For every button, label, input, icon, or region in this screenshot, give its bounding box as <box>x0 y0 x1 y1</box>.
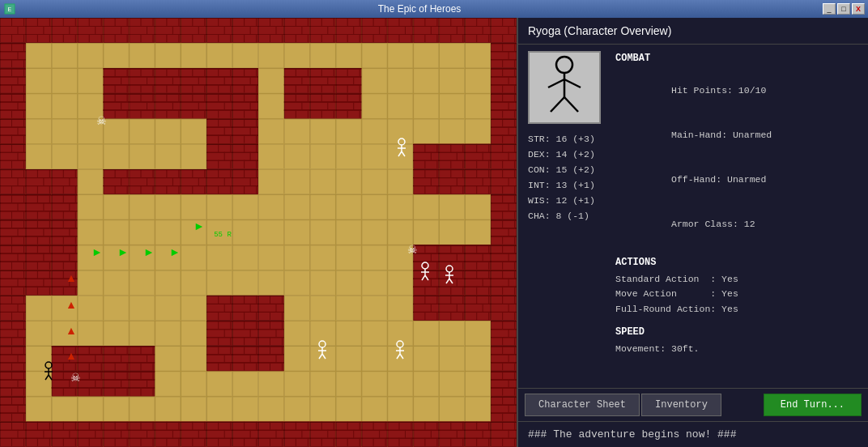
svg-line-4 <box>548 79 564 87</box>
character-sheet-button[interactable]: Character Sheet <box>525 394 640 416</box>
main-hand-line: Main-Hand: Unarmed <box>615 113 858 157</box>
end-turn-button[interactable]: End Turn... <box>764 394 862 416</box>
title-bar: E The Epic of Heroes _ □ X <box>0 0 868 18</box>
restore-button[interactable]: □ <box>837 3 850 15</box>
movement-line: Movement: 30ft. <box>615 342 858 356</box>
message-area: ### The adventure begins now! ### <box>518 421 868 447</box>
panel-body: STR: 16 (+3)DEX: 14 (+2)CON: 15 (+2)INT:… <box>518 45 868 388</box>
panel-header: Ryoga (Character Overview) <box>518 18 868 45</box>
attr-dex-line: DEX: 14 (+2) <box>528 147 609 163</box>
attr-con-line: CON: 15 (+2) <box>528 163 609 178</box>
main-content: Ryoga (Character Overview) STR: 16 (+3 <box>0 18 868 447</box>
speed-title: SPEED <box>615 325 858 340</box>
attr-wis-line: WIS: 12 (+1) <box>528 194 609 209</box>
button-row: Character Sheet Inventory End Turn... <box>518 388 868 421</box>
hit-points-value: : 10/10 <box>727 85 766 96</box>
right-panel: Ryoga (Character Overview) STR: 16 (+3 <box>517 18 868 447</box>
inventory-button[interactable]: Inventory <box>641 394 721 416</box>
off-hand-line: Off-Hand: Unarmed <box>615 158 858 202</box>
hit-points-line: Hit Points: 10/10 <box>615 68 858 113</box>
main-hand-value: : Unarmed <box>721 130 772 140</box>
window-title: The Epic of Heroes <box>16 3 823 15</box>
svg-line-5 <box>564 79 581 87</box>
armor-class-line: Armor Class: 12 <box>615 202 858 247</box>
standard-action-line: Standard Action : Yes <box>615 272 858 287</box>
close-button[interactable]: X <box>852 3 865 15</box>
off-hand-value: : Unarmed <box>716 174 766 185</box>
svg-point-2 <box>556 57 572 73</box>
attributes-section: STR: 16 (+3)DEX: 14 (+2)CON: 15 (+2)INT:… <box>528 129 609 224</box>
app-icon: E <box>3 2 16 15</box>
window-controls: _ □ X <box>823 3 865 15</box>
svg-text:E: E <box>8 6 12 13</box>
off-hand-label: Off-Hand <box>671 174 716 185</box>
move-action-line: Move Action : Yes <box>615 287 858 301</box>
actions-title: ACTIONS <box>615 255 858 270</box>
main-hand-label: Main-Hand <box>671 130 721 140</box>
full-round-action-line: Full-Round Action: Yes <box>615 302 858 317</box>
game-map[interactable] <box>0 18 517 447</box>
attr-cha-line: CHA: 8 (-1) <box>528 209 609 224</box>
hit-points-label: Hit Points <box>671 85 727 96</box>
minimize-button[interactable]: _ <box>823 3 836 15</box>
armor-class-label: Armor Class <box>671 219 733 229</box>
attr-int-line: INT: 13 (+1) <box>528 178 609 194</box>
character-stats: COMBAT Hit Points: 10/10 Main-Hand: Unar… <box>615 51 858 381</box>
combat-title: COMBAT <box>615 51 858 66</box>
attributes-section <box>542 105 623 121</box>
armor-class-value: : 12 <box>733 219 755 229</box>
attr-str-line: STR: 16 (+3) <box>528 132 609 147</box>
